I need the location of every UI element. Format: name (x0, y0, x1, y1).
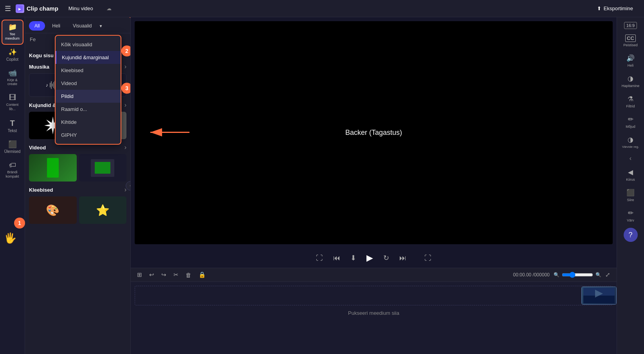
cut-button[interactable]: ✂ (172, 270, 180, 279)
dropdown-pildid[interactable]: Pildid (56, 90, 121, 103)
menu-icon[interactable]: ☰ (5, 4, 11, 13)
dropdown-giphy[interactable]: GIPHY (56, 129, 121, 142)
dropdown-videod[interactable]: Videod (56, 77, 121, 90)
dropdown-koik-visuaalid[interactable]: Kõik visuaalid (56, 38, 121, 51)
skip-forward-button[interactable]: ⏭ (398, 252, 408, 264)
crop-button[interactable]: ⛶ (314, 252, 325, 264)
filter-tabs: All Heli Visuaalid ▼ (25, 17, 130, 33)
sidebar-item-brand[interactable]: 🏷 Brändikompakt (2, 158, 23, 182)
tab-visuaalid-wrapper: Visuaalid ▼ (67, 21, 103, 31)
center-area: Backer (Tagastus) ⛶ ⏮ ⬇ ▶ ↻ ⏭ (131, 17, 617, 354)
right-item-effects[interactable]: ✏ Mõjud (620, 112, 642, 132)
color-icon: ✏ (628, 209, 633, 217)
right-item-speed2[interactable]: ◀ Kiirus (620, 165, 642, 185)
zoom-in-icon[interactable]: 🔍 (595, 272, 601, 278)
main-layout: 📁 Teemeedium ✨ Copilot 📹 Kirje &create 🎞… (0, 17, 644, 354)
sidebar-item-content[interactable]: 🎞 Contentlib... (2, 91, 23, 114)
text-icon: T (10, 119, 14, 127)
redo-button[interactable]: ↪ (160, 270, 168, 279)
right-item-color-adjust[interactable]: ◑ Värvide reg. (620, 133, 642, 152)
expand-timeline-button[interactable]: ⤢ (604, 270, 612, 279)
video-preview: Backer (Tagastus) (135, 21, 613, 244)
transition-label: Siire (627, 198, 634, 202)
collapse-right-button[interactable]: ‹ (627, 152, 634, 164)
timeline-track-main[interactable] (135, 286, 613, 305)
lock-button[interactable]: 🔒 (197, 270, 207, 279)
undo-button[interactable]: ↩ (148, 270, 156, 279)
help-button[interactable]: ? (624, 228, 638, 242)
export-button[interactable]: ⬆ Eksportimine (591, 3, 639, 14)
dropdown-kujundid[interactable]: Kujundid &marginaal (56, 51, 121, 64)
sidebar-label-brand: Brändikompakt (5, 170, 19, 179)
snap-button[interactable]: ⊞ (135, 270, 144, 279)
download-button[interactable]: ⬇ (349, 252, 358, 264)
right-item-transition[interactable]: ⬛ Siire (620, 185, 642, 205)
sidebar-label-text: Tekst (8, 129, 17, 133)
right-item-color[interactable]: ✏ Värv (620, 206, 642, 225)
brand-icon: 🏷 (9, 162, 16, 169)
dropdown-menu: Kõik visuaalid Kujundid &marginaal Kleeb… (55, 35, 121, 145)
sidebar-label-overlays: Ülemised (4, 149, 21, 154)
content-panel: All Heli Visuaalid ▼ Fe Kogu sisu Muusik… (25, 17, 131, 354)
dropdown-kihtide[interactable]: Kihtide (56, 116, 121, 129)
sidebar-item-overlays[interactable]: ⬛ Ülemised (2, 138, 23, 157)
zoom-out-icon[interactable]: 🔍 (554, 272, 559, 278)
tab-heli[interactable]: Heli (47, 21, 66, 31)
right-item-speed[interactable]: ◑ Hapitamine (620, 71, 642, 91)
right-item-cc[interactable]: CC Peistised (620, 31, 642, 50)
filters-label: Filtrid (626, 104, 635, 108)
overlays-icon: ⬛ (8, 141, 17, 148)
timeline-toolbar: ⊞ ↩ ↪ ✂ 🗑 🔒 00:00.00 /000000 🔍 🔍 ⤢ (131, 268, 617, 282)
app-logo: ▶ Clip champ (16, 4, 58, 13)
video-title: Backer (Tagastus) (345, 129, 402, 137)
videod-arrow[interactable]: › (124, 144, 126, 151)
dropdown-kleebised[interactable]: Kleebised (56, 64, 121, 77)
fullscreen-button[interactable]: ⛶ (423, 252, 433, 264)
timeline-content: Pukseeri meedium siia (131, 282, 617, 354)
kleebised-title: Kleebised (29, 187, 53, 193)
right-sidebar: 16:9 CC Peistised 🔊 Heli ◑ Hapitamine ⚗ … (617, 17, 644, 354)
kujundid-arrow[interactable]: › (124, 102, 126, 109)
zoom-slider[interactable] (562, 272, 593, 278)
skip-back-button[interactable]: ⏮ (332, 252, 342, 264)
kleebised-thumb-1: 🎨 (29, 196, 77, 224)
dropdown-raamid[interactable]: Raamid o... (56, 103, 121, 116)
effects-label: Mõjud (626, 125, 635, 129)
sidebar-item-text[interactable]: T Tekst (2, 116, 23, 136)
tab-all[interactable]: All (29, 21, 45, 31)
sidebar-item-copilot[interactable]: ✨ Copilot (2, 45, 23, 65)
logo-icon: ▶ (16, 4, 24, 13)
sidebar-label-copilot: Copilot (6, 57, 18, 62)
filters-icon: ⚗ (628, 95, 633, 103)
badge-3: 3 (121, 83, 131, 94)
video-thumb-2 (79, 154, 127, 182)
visuaalid-dropdown-arrow[interactable]: ▼ (99, 24, 103, 28)
right-item-audio[interactable]: 🔊 Heli (620, 51, 642, 71)
top-nav: Minu video (63, 3, 99, 14)
video-controls: ⛶ ⏮ ⬇ ▶ ↻ ⏭ ⛶ (131, 248, 617, 268)
sidebar-label-record: Kirje &create (7, 78, 18, 87)
timeline-time: 00:00.00 /000000 (513, 272, 550, 278)
app-title: Clip champ (27, 5, 58, 12)
export-icon: ⬆ (597, 5, 601, 11)
muusika-arrow[interactable]: › (124, 63, 126, 70)
video-thumb-1 (29, 154, 77, 182)
sidebar-item-record[interactable]: 📹 Kirje &create (2, 66, 23, 90)
nav-minu-video[interactable]: Minu video (63, 3, 99, 14)
play-button[interactable]: ▶ (365, 251, 375, 265)
timeline-clip[interactable] (581, 287, 617, 305)
aspect-ratio-badge[interactable]: 16:9 (624, 22, 637, 29)
sidebar-label-media: Teemeedium (5, 32, 20, 41)
right-item-filters[interactable]: ⚗ Filtrid (620, 92, 642, 111)
media-icon: 📁 (8, 24, 17, 31)
delete-button[interactable]: 🗑 (184, 271, 193, 279)
muusika-title: Muusika (29, 64, 49, 70)
tab-visuaalid[interactable]: Visuaalid (67, 21, 97, 31)
color-adjust-label: Värvide reg. (622, 145, 639, 149)
sidebar-item-media[interactable]: 📁 Teemeedium (2, 20, 23, 44)
kleebised-thumb-2: ⭐ (79, 196, 127, 224)
arrow-annotation (146, 124, 193, 141)
videod-title: Videod (29, 145, 46, 151)
cc-label: Peistised (623, 43, 638, 47)
loop-button[interactable]: ↻ (382, 252, 391, 264)
